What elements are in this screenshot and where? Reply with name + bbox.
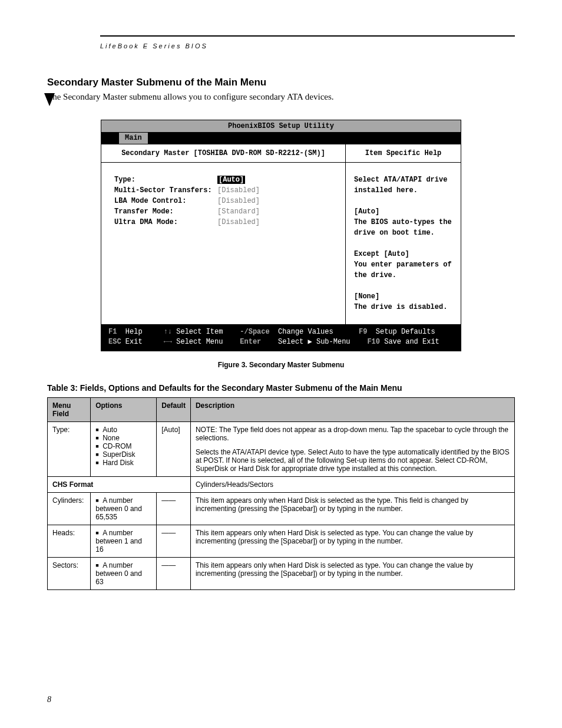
table-option-item: A number between 0 and 65,535 — [95, 496, 151, 521]
table-options-cell: AutoNoneCD-ROMSuperDiskHard Disk — [91, 421, 157, 476]
bios-field-value: [Auto] — [217, 174, 245, 185]
bios-fields: Type:[Auto]Multi-Sector Transfers:[Disab… — [101, 163, 345, 316]
bios-right-header: Item Specific Help — [346, 144, 461, 163]
bios-field-value: [Disabled] — [217, 185, 260, 196]
table-description-cell: This item appears only when Hard Disk is… — [190, 557, 514, 589]
bios-field-value: [Disabled] — [217, 196, 260, 206]
table-options-cell: A number between 0 and 65,535 — [91, 492, 157, 525]
intro-paragraph: The Secondary Master submenu allows you … — [47, 92, 515, 102]
figure-caption: Figure 3. Secondary Master Submenu — [47, 361, 515, 369]
bios-help-line: installed here. — [354, 185, 452, 196]
table-option-item: CD-ROM — [95, 442, 151, 450]
table-default-cell: —— — [157, 557, 191, 589]
bios-help-line: the drive. — [354, 270, 452, 281]
bios-help-line: Except [Auto] — [354, 249, 452, 259]
table-description-cell: This item appears only when Hard Disk is… — [190, 492, 514, 525]
page-number: 8 — [47, 695, 51, 704]
table-option-item: None — [95, 434, 151, 442]
bios-left-header: Secondary Master [TOSHIBA DVD-ROM SD-R22… — [101, 144, 345, 163]
table-option-item: Auto — [95, 426, 151, 434]
bios-title: PhoenixBIOS Setup Utility — [101, 120, 461, 133]
bios-help-line: The drive is disabled. — [354, 302, 452, 312]
table-description-cell: This item appears only when Hard Disk is… — [190, 525, 514, 557]
table-option-item: SuperDisk — [95, 450, 151, 459]
table-option-item: Hard Disk — [95, 459, 151, 467]
table-options-cell: A number between 0 and 63 — [91, 557, 157, 589]
bios-field-label: Transfer Mode: — [114, 206, 217, 217]
bios-field-label: Type: — [114, 174, 217, 185]
bios-menubar: Main — [101, 133, 461, 144]
bios-field-row: Multi-Sector Transfers:[Disabled] — [114, 185, 339, 196]
table-header-cell: Description — [190, 397, 514, 421]
table-row: Sectors:A number between 0 and 63——This … — [48, 557, 515, 589]
bios-field-label: Multi-Sector Transfers: — [114, 185, 217, 196]
section-title: Secondary Master Submenu of the Main Men… — [47, 77, 515, 88]
bios-field-value: [Disabled] — [217, 217, 260, 228]
table-options-cell: A number between 1 and 16 — [91, 525, 157, 557]
bios-field-label: LBA Mode Control: — [114, 196, 217, 206]
table-field-cell: Cylinders: — [48, 492, 91, 525]
bios-help-line — [354, 196, 452, 206]
table-section-desc: Cylinders/Heads/Sectors — [190, 476, 514, 492]
bios-help-line — [354, 238, 452, 249]
table-header-cell: Options — [91, 397, 157, 421]
table-description-cell: NOTE: The Type field does not appear as … — [190, 421, 514, 476]
table-default-cell: —— — [157, 525, 191, 557]
bios-field-row: Ultra DMA Mode:[Disabled] — [114, 217, 339, 228]
bios-help-line: [Auto] — [354, 206, 452, 217]
bios-help-line: You enter parameters of — [354, 259, 452, 270]
table-row: Cylinders:A number between 0 and 65,535—… — [48, 492, 515, 525]
running-header-text: LifeBook E Series BIOS — [100, 42, 208, 50]
table-header-cell: Menu Field — [48, 397, 91, 421]
bios-help-line — [354, 281, 452, 291]
table-field-cell: Sectors: — [48, 557, 91, 589]
options-table: Menu FieldOptionsDefaultDescription Type… — [47, 397, 515, 590]
bios-help-text: Select ATA/ATAPI driveinstalled here. [A… — [346, 163, 461, 324]
bios-footer: F1 Help ↑↓ Select Item -/Space Change Va… — [101, 325, 461, 351]
bios-help-line: [None] — [354, 291, 452, 302]
table-header-cell: Default — [157, 397, 191, 421]
bios-field-row: LBA Mode Control:[Disabled] — [114, 196, 339, 206]
table-row: CHS FormatCylinders/Heads/Sectors — [48, 476, 515, 492]
table-field-cell: Heads: — [48, 525, 91, 557]
bios-field-row: Transfer Mode:[Standard] — [114, 206, 339, 217]
header-arrow-icon — [44, 93, 55, 106]
table-field-cell: Type: — [48, 421, 91, 476]
bios-screenshot: PhoenixBIOS Setup Utility Main Secondary… — [101, 120, 461, 351]
bios-help-line: The BIOS auto-types the — [354, 217, 452, 228]
bios-footer-line2: ESC Exit ←→ Select Menu Enter Select ▶ S… — [108, 337, 454, 347]
table-title: Table 3: Fields, Options and Defaults fo… — [47, 383, 515, 393]
table-default-cell: [Auto] — [157, 421, 191, 476]
table-option-item: A number between 1 and 16 — [95, 529, 151, 554]
running-header: LifeBook E Series BIOS — [100, 35, 515, 53]
bios-tab-main: Main — [119, 133, 148, 144]
bios-field-row: Type:[Auto] — [114, 174, 339, 185]
table-option-item: A number between 0 and 63 — [95, 561, 151, 586]
bios-left-panel: Secondary Master [TOSHIBA DVD-ROM SD-R22… — [101, 144, 346, 324]
table-row: Heads:A number between 1 and 16——This it… — [48, 525, 515, 557]
table-section-cell: CHS Format — [48, 476, 191, 492]
bios-footer-line1: F1 Help ↑↓ Select Item -/Space Change Va… — [108, 327, 454, 337]
bios-help-line: Select ATA/ATAPI drive — [354, 174, 452, 185]
bios-help-line: drive on boot time. — [354, 228, 452, 238]
bios-field-value: [Standard] — [217, 206, 260, 217]
table-row: Type:AutoNoneCD-ROMSuperDiskHard Disk[Au… — [48, 421, 515, 476]
table-default-cell: —— — [157, 492, 191, 525]
bios-field-label: Ultra DMA Mode: — [114, 217, 217, 228]
bios-right-panel: Item Specific Help Select ATA/ATAPI driv… — [346, 144, 461, 324]
